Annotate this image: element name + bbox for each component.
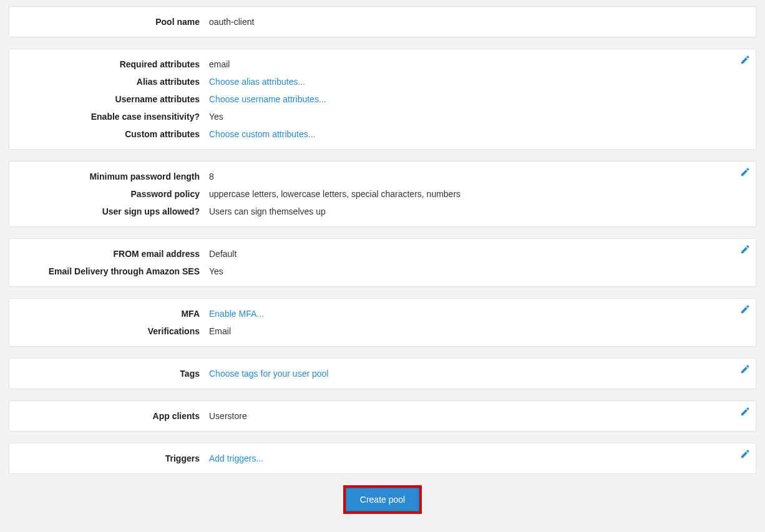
pencil-icon[interactable] — [741, 365, 749, 374]
row-alias-attributes: Alias attributes Choose alias attributes… — [19, 73, 746, 90]
value-app-clients: Userstore — [209, 411, 247, 421]
label-custom-attributes: Custom attributes — [19, 129, 209, 139]
label-min-password-length: Minimum password length — [19, 172, 209, 181]
row-sign-ups: User sign ups allowed? Users can sign th… — [19, 203, 746, 220]
label-case-insensitivity: Enable case insensitivity? — [19, 112, 209, 122]
label-required-attributes: Required attributes — [19, 59, 209, 69]
card-email: FROM email address Default Email Deliver… — [9, 238, 756, 287]
row-tags: Tags Choose tags for your user pool — [19, 365, 746, 382]
link-custom-attributes[interactable]: Choose custom attributes... — [209, 129, 315, 139]
value-sign-ups: Users can sign themselves up — [209, 206, 326, 216]
link-username-attributes[interactable]: Choose username attributes... — [209, 94, 326, 104]
value-case-insensitivity: Yes — [209, 112, 223, 122]
pencil-icon[interactable] — [741, 407, 749, 416]
label-verifications: Verifications — [19, 326, 209, 336]
label-pool-name: Pool name — [19, 17, 209, 27]
card-tags: Tags Choose tags for your user pool — [9, 358, 756, 389]
value-ses: Yes — [209, 266, 223, 276]
row-password-policy: Password policy uppercase letters, lower… — [19, 185, 746, 203]
row-from-email: FROM email address Default — [19, 245, 746, 263]
row-min-password-length: Minimum password length 8 — [19, 168, 746, 185]
label-tags: Tags — [19, 369, 209, 379]
card-triggers: Triggers Add triggers... — [9, 443, 756, 474]
card-app-clients: App clients Userstore — [9, 400, 756, 432]
card-password: Minimum password length 8 Password polic… — [9, 161, 756, 227]
link-add-triggers[interactable]: Add triggers... — [209, 453, 263, 463]
value-password-policy: uppercase letters, lowercase letters, sp… — [209, 189, 460, 199]
label-password-policy: Password policy — [19, 189, 209, 199]
row-mfa: MFA Enable MFA... — [19, 305, 746, 322]
pencil-icon[interactable] — [741, 56, 749, 64]
pencil-icon[interactable] — [741, 168, 749, 177]
footer: Create pool — [9, 485, 756, 514]
card-pool-name: Pool name oauth-client — [9, 6, 756, 37]
value-pool-name: oauth-client — [209, 17, 254, 27]
value-required-attributes: email — [209, 59, 230, 69]
label-from-email: FROM email address — [19, 249, 209, 259]
label-mfa: MFA — [19, 309, 209, 319]
label-ses: Email Delivery through Amazon SES — [19, 266, 209, 276]
link-choose-tags[interactable]: Choose tags for your user pool — [209, 369, 328, 379]
row-required-attributes: Required attributes email — [19, 56, 746, 73]
label-alias-attributes: Alias attributes — [19, 77, 209, 87]
row-case-insensitivity: Enable case insensitivity? Yes — [19, 108, 746, 125]
row-verifications: Verifications Email — [19, 322, 746, 340]
link-enable-mfa[interactable]: Enable MFA... — [209, 309, 264, 319]
row-triggers: Triggers Add triggers... — [19, 450, 746, 467]
pencil-icon[interactable] — [741, 305, 749, 314]
label-username-attributes: Username attributes — [19, 94, 209, 104]
value-min-password-length: 8 — [209, 172, 214, 181]
value-verifications: Email — [209, 326, 231, 336]
card-attributes: Required attributes email Alias attribut… — [9, 49, 756, 150]
label-sign-ups: User sign ups allowed? — [19, 206, 209, 216]
card-mfa: MFA Enable MFA... Verifications Email — [9, 298, 756, 347]
label-app-clients: App clients — [19, 411, 209, 421]
row-pool-name: Pool name oauth-client — [19, 13, 746, 31]
value-from-email: Default — [209, 249, 236, 259]
pencil-icon[interactable] — [741, 245, 749, 254]
link-alias-attributes[interactable]: Choose alias attributes... — [209, 77, 305, 87]
create-pool-highlight: Create pool — [343, 485, 422, 514]
create-pool-button[interactable]: Create pool — [346, 488, 419, 511]
row-username-attributes: Username attributes Choose username attr… — [19, 90, 746, 108]
pencil-icon[interactable] — [741, 450, 749, 458]
label-triggers: Triggers — [19, 453, 209, 463]
row-ses: Email Delivery through Amazon SES Yes — [19, 263, 746, 280]
row-custom-attributes: Custom attributes Choose custom attribut… — [19, 125, 746, 143]
row-app-clients: App clients Userstore — [19, 407, 746, 425]
